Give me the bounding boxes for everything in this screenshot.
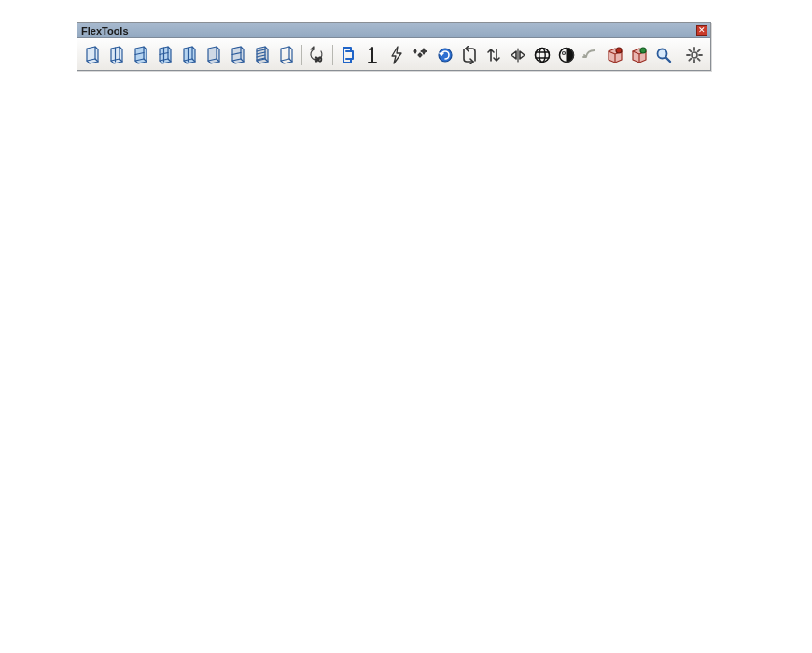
flexframe-tool[interactable] — [275, 43, 298, 67]
frame-icon — [277, 46, 296, 64]
toolbar-separator — [332, 45, 333, 65]
flexsliding-tool[interactable] — [178, 43, 201, 67]
instance-one-tool[interactable] — [361, 43, 384, 67]
svg-point-5 — [563, 51, 566, 54]
wall-cutter-tool[interactable] — [337, 43, 359, 67]
door-b-icon — [107, 46, 126, 64]
window-a-icon — [132, 46, 150, 64]
flextools-panel: FlexTools ✕ 90 — [77, 22, 711, 71]
globe-icon — [533, 46, 552, 64]
window-c-icon — [180, 46, 199, 64]
sparkle-tool[interactable] — [410, 43, 432, 67]
svg-point-2 — [536, 48, 550, 62]
swap-tool[interactable] — [458, 43, 481, 67]
search-tool[interactable] — [652, 43, 675, 67]
svg-point-7 — [640, 48, 646, 53]
bolt-icon — [387, 46, 406, 64]
zap-tool[interactable] — [385, 43, 408, 67]
undo-icon — [581, 46, 600, 64]
one-icon — [363, 46, 382, 64]
rot90-icon: 90 — [308, 46, 327, 64]
close-button[interactable]: ✕ — [696, 25, 707, 36]
flexslats-tool[interactable] — [251, 43, 273, 67]
window-b-icon — [156, 46, 175, 64]
search-icon — [654, 46, 673, 64]
svg-text:90: 90 — [315, 56, 322, 63]
component-a-tool[interactable] — [604, 43, 626, 67]
ud-arrows-icon — [484, 46, 503, 64]
flexdoor-double-tool[interactable] — [105, 43, 128, 67]
flexsash-tool[interactable] — [227, 43, 249, 67]
close-icon: ✕ — [698, 26, 706, 35]
flexwindow-grid-tool[interactable] — [154, 43, 176, 67]
box-g-icon — [630, 46, 649, 64]
slats-icon — [253, 46, 272, 64]
refresh-dynamic-tool[interactable] — [434, 43, 456, 67]
door-a-icon — [83, 46, 102, 64]
panel-a-icon — [204, 46, 223, 64]
flexwindow-tool[interactable] — [130, 43, 152, 67]
toolbar: 90 — [77, 38, 710, 70]
panel-b-icon — [229, 46, 247, 64]
undo-tool[interactable] — [580, 43, 602, 67]
globe-tool[interactable] — [531, 43, 553, 67]
box-r-icon — [606, 46, 624, 64]
contrast-tool[interactable] — [555, 43, 578, 67]
flexpanel-tool[interactable] — [203, 43, 225, 67]
toolbar-separator — [679, 45, 679, 65]
contrast-icon — [557, 46, 576, 64]
gear-icon — [685, 46, 704, 64]
ref-d-icon — [436, 46, 455, 64]
lr-arrows-icon — [509, 46, 527, 64]
titlebar[interactable]: FlexTools ✕ — [77, 23, 710, 38]
spark-icon — [412, 46, 430, 64]
flip-horizontal-tool[interactable] — [507, 43, 529, 67]
cut-c-icon — [339, 46, 357, 64]
svg-point-3 — [539, 48, 545, 62]
swap-icon — [460, 46, 479, 64]
settings-tool[interactable] — [683, 43, 706, 67]
rotate-90-tool[interactable]: 90 — [306, 43, 329, 67]
flexdoor-tool[interactable] — [81, 43, 104, 67]
component-b-tool[interactable] — [628, 43, 651, 67]
flip-vertical-tool[interactable] — [483, 43, 505, 67]
svg-point-9 — [692, 52, 697, 58]
svg-point-6 — [616, 48, 622, 53]
panel-title: FlexTools — [81, 23, 129, 38]
toolbar-separator — [301, 45, 302, 65]
